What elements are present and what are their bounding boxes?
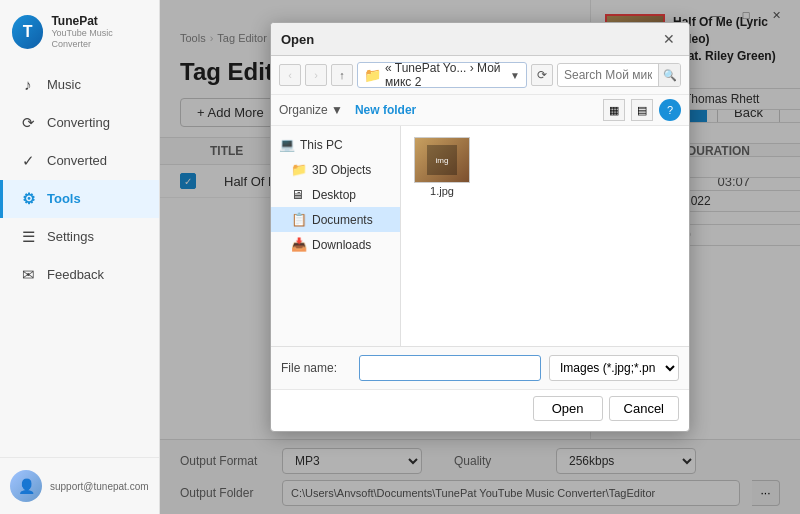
files-panel: img 1.jpg [401, 126, 689, 346]
dialog-toolbar: ‹ › ↑ 📁 « TunePat Yo... › Мой микс 2 ▼ ⟳… [271, 56, 689, 95]
tree-panel: 💻 This PC 📁 3D Objects 🖥 Desktop 📋 Docum… [271, 126, 401, 346]
tree-label-thispc: This PC [300, 138, 343, 152]
tree-label-documents: Documents [312, 213, 373, 227]
organize-button[interactable]: Organize ▼ [279, 103, 343, 117]
dialog-filename-row: File name: Images (*.jpg;*.png) [271, 346, 689, 389]
footer-email: support@tunepat.com [50, 480, 149, 493]
filetype-select[interactable]: Images (*.jpg;*.png) [549, 355, 679, 381]
tree-item-downloads[interactable]: 📥 Downloads [271, 232, 400, 257]
app-title: TunePat [51, 14, 147, 28]
sidebar-label-tools: Tools [47, 191, 81, 206]
cancel-button[interactable]: Cancel [609, 396, 679, 421]
search-bar: 🔍 [557, 63, 681, 87]
open-file-dialog: Open ✕ ‹ › ↑ 📁 « TunePat Yo... › Мой мик… [270, 22, 690, 432]
feedback-icon: ✉ [19, 266, 37, 284]
converted-icon: ✓ [19, 152, 37, 170]
back-nav-button[interactable]: ‹ [279, 64, 301, 86]
sidebar: T TunePat YouTube Music Converter ♪ Musi… [0, 0, 160, 514]
settings-icon: ☰ [19, 228, 37, 246]
open-button[interactable]: Open [533, 396, 603, 421]
filename-label: File name: [281, 361, 351, 375]
dialog-actions: Open Cancel [271, 389, 689, 431]
sidebar-item-settings[interactable]: ☰ Settings [0, 218, 159, 256]
converting-icon: ⟳ [19, 114, 37, 132]
app-logo: T TunePat YouTube Music Converter [0, 0, 159, 60]
help-button[interactable]: ? [659, 99, 681, 121]
3dobjects-icon: 📁 [291, 162, 307, 177]
search-button[interactable]: 🔍 [658, 64, 680, 86]
dialog-overlay: Open ✕ ‹ › ↑ 📁 « TunePat Yo... › Мой мик… [160, 0, 800, 514]
dialog-content: 💻 This PC 📁 3D Objects 🖥 Desktop 📋 Docum… [271, 126, 689, 346]
sidebar-item-converted[interactable]: ✓ Converted [0, 142, 159, 180]
folder-icon: 📁 [364, 67, 381, 83]
tree-label-downloads: Downloads [312, 238, 371, 252]
downloads-icon: 📥 [291, 237, 307, 252]
avatar: 👤 [10, 470, 42, 502]
tree-item-3dobjects[interactable]: 📁 3D Objects [271, 157, 400, 182]
logo-text: TunePat YouTube Music Converter [51, 14, 147, 50]
tools-icon: ⚙ [19, 190, 37, 208]
thispc-icon: 💻 [279, 137, 295, 152]
path-bar: 📁 « TunePat Yo... › Мой микс 2 ▼ [357, 62, 527, 88]
tree-item-thispc[interactable]: 💻 This PC [271, 132, 400, 157]
dialog-title: Open [281, 32, 314, 47]
music-icon: ♪ [19, 76, 37, 94]
sidebar-label-converted: Converted [47, 153, 107, 168]
tree-label-desktop: Desktop [312, 188, 356, 202]
file-name-label: 1.jpg [430, 185, 454, 197]
sidebar-label-music: Music [47, 77, 81, 92]
search-input[interactable] [558, 65, 658, 85]
sidebar-label-converting: Converting [47, 115, 110, 130]
sidebar-item-converting[interactable]: ⟳ Converting [0, 104, 159, 142]
sidebar-label-settings: Settings [47, 229, 94, 244]
sidebar-footer: 👤 support@tunepat.com [0, 457, 159, 514]
logo-icon: T [12, 15, 43, 49]
sidebar-item-music[interactable]: ♪ Music [0, 66, 159, 104]
view-button2[interactable]: ▤ [631, 99, 653, 121]
tree-item-documents[interactable]: 📋 Documents [271, 207, 400, 232]
file-thumbnail: img [414, 137, 470, 183]
desktop-icon: 🖥 [291, 187, 307, 202]
filename-input[interactable] [359, 355, 541, 381]
dialog-close-button[interactable]: ✕ [659, 29, 679, 49]
sidebar-label-feedback: Feedback [47, 267, 104, 282]
path-dropdown-button[interactable]: ▼ [510, 70, 520, 81]
tree-label-3dobjects: 3D Objects [312, 163, 371, 177]
up-dir-button[interactable]: ↑ [331, 64, 353, 86]
sidebar-item-feedback[interactable]: ✉ Feedback [0, 256, 159, 294]
path-text: « TunePat Yo... › Мой микс 2 [385, 61, 506, 89]
app-subtitle: YouTube Music Converter [51, 28, 147, 50]
view-button1[interactable]: ▦ [603, 99, 625, 121]
sidebar-item-tools[interactable]: ⚙ Tools [0, 180, 159, 218]
documents-icon: 📋 [291, 212, 307, 227]
main-content: — □ ✕ Tools › Tag Editor Tag Editor + Ad… [160, 0, 800, 514]
new-folder-button[interactable]: New folder [355, 103, 416, 117]
dialog-titlebar: Open ✕ [271, 23, 689, 56]
forward-nav-button[interactable]: › [305, 64, 327, 86]
file-item-1jpg[interactable]: img 1.jpg [407, 132, 477, 202]
refresh-button[interactable]: ⟳ [531, 64, 553, 86]
tree-item-desktop[interactable]: 🖥 Desktop [271, 182, 400, 207]
sidebar-nav: ♪ Music ⟳ Converting ✓ Converted ⚙ Tools… [0, 60, 159, 457]
